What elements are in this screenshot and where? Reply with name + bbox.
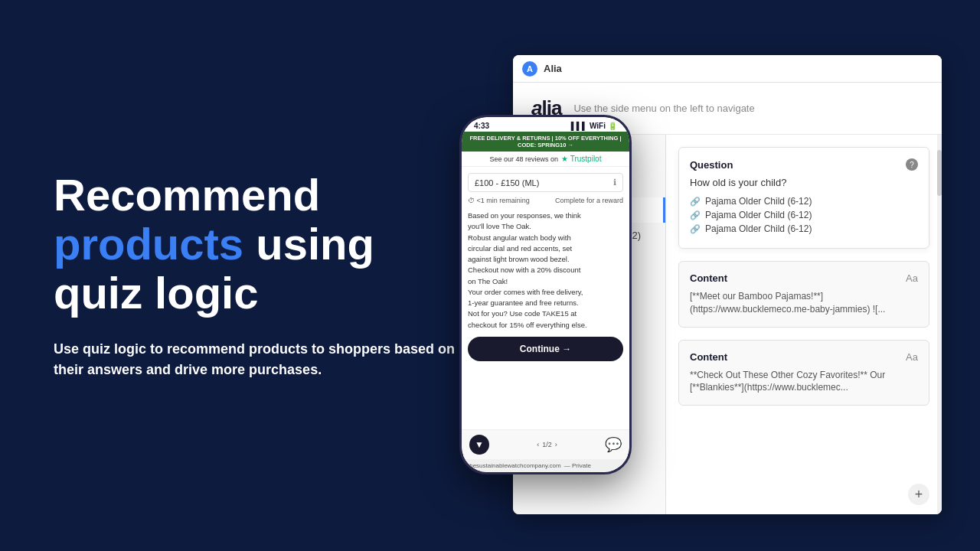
phone-trustpilot: See our 48 reviews on ★ Trustpilot <box>462 152 629 167</box>
timer-bar: ⏱ <1 min remaining Complete for a reward <box>468 197 623 204</box>
headline-line3: quiz logic <box>54 268 258 318</box>
question-label: Question <box>690 159 733 171</box>
signal-icon: ▌▌▌ <box>571 122 587 130</box>
domain-suffix: — Private <box>564 462 591 469</box>
nav-prev[interactable]: ‹ <box>537 441 539 448</box>
content-text-2: **Check Out These Other Cozy Favorites!*… <box>690 369 918 395</box>
phone-mockup: 4:33 ▌▌▌ WiFi 🔋 FREE DELIVERY & RETURNS … <box>459 115 632 474</box>
price-label: £100 - £150 (ML) <box>475 178 539 187</box>
info-icon: ℹ <box>613 178 616 187</box>
phone-bottom-bar: ▼ ‹ 1/2 › 💬 <box>462 429 629 459</box>
answer-label-1: Pajama Older Child (6-12) <box>705 196 812 207</box>
right-section: A Alia alia Use the side menu on the lef… <box>505 0 980 551</box>
subtext: Use quiz logic to recommend products to … <box>54 339 459 380</box>
desc-line10: Not for you? Use code TAKE15 at <box>468 309 577 318</box>
add-content-button[interactable]: + <box>908 484 929 505</box>
price-bar: £100 - £150 (ML) ℹ <box>468 173 623 192</box>
desc-line2: you'll love The Oak. <box>468 222 531 230</box>
detail-scroll-thumb[interactable] <box>937 150 942 196</box>
content-card-2-header: Content Aa <box>690 351 918 363</box>
desc-line7: on The Oak! <box>468 277 508 285</box>
question-card-header: Question ? <box>690 158 918 171</box>
domain-text: thesustainablewatchcompany.com <box>468 462 561 469</box>
battery-icon: 🔋 <box>608 122 617 130</box>
link-icon-3: 🔗 <box>690 224 701 234</box>
link-icon-1: 🔗 <box>690 197 701 207</box>
trustpilot-text: See our 48 reviews on <box>490 155 559 163</box>
content-label-1: Content <box>690 272 727 284</box>
answer-label-3: Pajama Older Child (6-12) <box>705 223 812 234</box>
phone-statusbar: 4:33 ▌▌▌ WiFi 🔋 <box>462 117 629 132</box>
phone-screen: 4:33 ▌▌▌ WiFi 🔋 FREE DELIVERY & RETURNS … <box>462 117 629 472</box>
desc-line8: Your order comes with free delivery, <box>468 288 583 296</box>
alia-titlebar: A Alia <box>513 55 942 83</box>
product-description: Based on your responses, we think you'll… <box>468 210 623 331</box>
alia-nav-hint: Use the side menu on the left to navigat… <box>573 103 754 114</box>
nav-dots: ‹ 1/2 › <box>537 441 557 448</box>
headline-line1: Recommend <box>54 170 320 220</box>
question-text: How old is your child? <box>690 177 918 188</box>
link-icon-2: 🔗 <box>690 210 701 220</box>
answer-item-1: 🔗 Pajama Older Child (6-12) <box>690 196 918 207</box>
help-icon[interactable]: ? <box>906 158 918 171</box>
answer-label-2: Pajama Older Child (6-12) <box>705 210 812 220</box>
desc-line9: 1-year guarantee and free returns. <box>468 298 579 307</box>
content-text-1: [**Meet our Bamboo Pajamas!**](https://w… <box>690 290 918 316</box>
phone-content: £100 - £150 (ML) ℹ ⏱ <1 min remaining Co… <box>462 167 629 429</box>
content-format-icon-1: Aa <box>906 272 918 284</box>
nav-next[interactable]: › <box>555 441 557 448</box>
content-card-1: Content Aa [**Meet our Bamboo Pajamas!**… <box>678 261 929 328</box>
statusbar-icons: ▌▌▌ WiFi 🔋 <box>571 122 617 130</box>
headline-using: using <box>243 219 374 269</box>
trustpilot-brand: ★ Trustpilot <box>561 155 601 163</box>
content-format-icon-2: Aa <box>906 351 918 363</box>
desc-line4: circular dial and red accents, set <box>468 244 572 253</box>
left-section: Recommend products using quiz logic Use … <box>0 0 505 551</box>
answer-item-3: 🔗 Pajama Older Child (6-12) <box>690 223 918 234</box>
phone-banner: FREE DELIVERY & RETURNS | 10% OFF EVERYT… <box>462 132 629 152</box>
desc-line6: Checkout now with a 20% discount <box>468 266 580 274</box>
answer-item-2: 🔗 Pajama Older Child (6-12) <box>690 210 918 220</box>
content-card-2: Content Aa **Check Out These Other Cozy … <box>678 340 929 406</box>
content-label-2: Content <box>690 351 727 363</box>
nav-page: 1/2 <box>542 441 552 448</box>
down-arrow-button[interactable]: ▼ <box>469 435 489 455</box>
alia-logo: A <box>522 61 537 77</box>
desc-line1: Based on your responses, we think <box>468 211 581 220</box>
desc-line3: Robust angular watch body with <box>468 233 571 242</box>
content-card-1-header: Content Aa <box>690 272 918 284</box>
question-card: Question ? How old is your child? 🔗 Paja… <box>678 147 929 249</box>
desc-line11: checkout for 15% off everything else. <box>468 321 587 329</box>
phone-time: 4:33 <box>474 122 489 130</box>
continue-button[interactable]: Continue → <box>468 337 623 361</box>
timer-text: ⏱ <1 min remaining <box>468 197 530 204</box>
headline: Recommend products using quiz logic <box>54 171 459 317</box>
detail-scroll-track <box>937 135 942 514</box>
headline-blue: products <box>54 219 243 269</box>
wifi-icon: WiFi <box>590 122 606 130</box>
alia-window-title: Alia <box>544 63 562 74</box>
domain-bar: thesustainablewatchcompany.com — Private <box>462 459 629 472</box>
detail-panel: Question ? How old is your child? 🔗 Paja… <box>666 135 942 514</box>
chat-icon[interactable]: 💬 <box>605 436 622 453</box>
desc-line5: against light brown wood bezel. <box>468 255 570 263</box>
reward-text: Complete for a reward <box>555 197 623 204</box>
